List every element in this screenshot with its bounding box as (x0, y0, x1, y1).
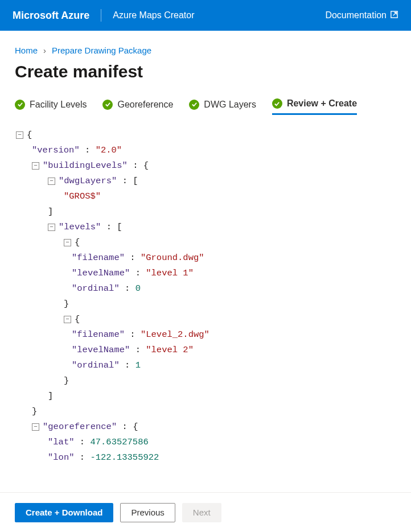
breadcrumb-prepare[interactable]: Prepare Drawing Package (52, 46, 151, 55)
topbar: Microsoft Azure Azure Maps Creator Docum… (0, 0, 411, 31)
product-label: Azure Maps Creator (113, 10, 194, 20)
check-icon (102, 100, 113, 110)
chevron-right-icon: › (43, 46, 46, 55)
collapse-toggle[interactable] (64, 316, 71, 323)
tab-dwg-layers[interactable]: DWG Layers (189, 98, 256, 115)
breadcrumb: Home › Prepare Drawing Package (15, 46, 396, 55)
page-title: Create manifest (15, 62, 396, 81)
content-area: Home › Prepare Drawing Package Create ma… (0, 31, 411, 492)
step-label: Facility Levels (30, 100, 87, 110)
check-icon (272, 98, 282, 109)
brand-label: Microsoft Azure (13, 10, 89, 22)
collapse-toggle[interactable] (48, 224, 55, 231)
collapse-toggle[interactable] (16, 131, 23, 139)
step-label: DWG Layers (204, 100, 256, 110)
step-label: Georeference (117, 100, 173, 110)
topbar-left: Microsoft Azure Azure Maps Creator (13, 9, 195, 22)
collapse-toggle[interactable] (32, 423, 39, 431)
collapse-toggle[interactable] (48, 178, 55, 185)
footer-actions: Create + Download Previous Next (0, 492, 411, 532)
steps-nav: Facility Levels Georeference DWG Layers … (15, 98, 396, 115)
tab-georeference[interactable]: Georeference (102, 98, 173, 115)
tab-facility-levels[interactable]: Facility Levels (15, 98, 87, 115)
external-link-icon (390, 10, 398, 21)
check-icon (15, 100, 25, 110)
step-label: Review + Create (287, 98, 357, 109)
collapse-toggle[interactable] (32, 162, 39, 170)
json-viewer: { "version" : "2.0" "buildingLevels" : {… (15, 127, 396, 465)
documentation-link[interactable]: Documentation (325, 10, 398, 21)
check-icon (189, 100, 199, 110)
create-download-button[interactable]: Create + Download (15, 503, 113, 522)
divider (101, 9, 101, 22)
previous-button[interactable]: Previous (120, 503, 175, 522)
next-button: Next (182, 503, 221, 522)
breadcrumb-home[interactable]: Home (15, 46, 38, 55)
collapse-toggle[interactable] (64, 239, 71, 246)
documentation-label: Documentation (325, 10, 387, 20)
tab-review-create[interactable]: Review + Create (272, 98, 357, 115)
